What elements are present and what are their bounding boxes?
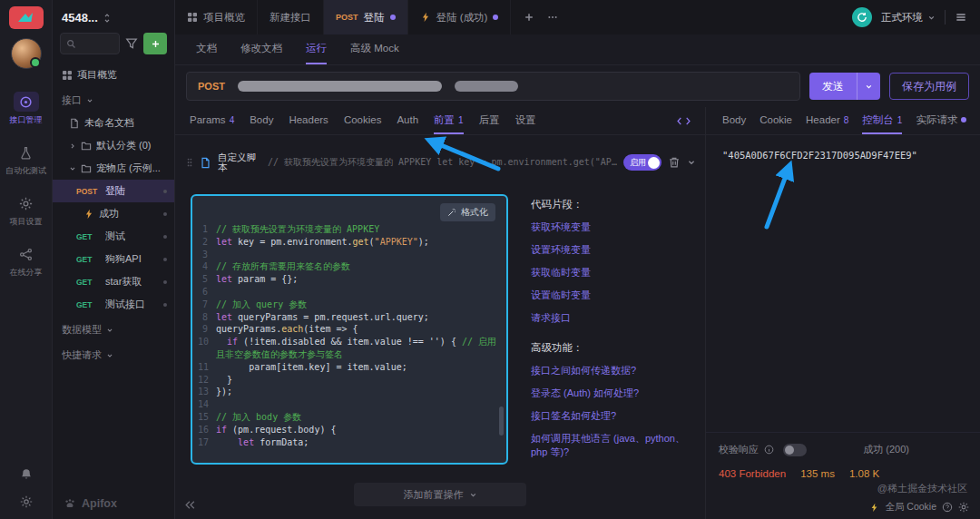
line-number: 16 bbox=[198, 424, 216, 436]
activity-item-api-management[interactable]: 接口管理 bbox=[0, 83, 52, 134]
advanced-link[interactable]: 如何调用其他语言 (java、python、php 等)? bbox=[531, 432, 694, 459]
custom-script-row[interactable]: 自定义脚本 // 获取预先设置为环境变量的 APPKEY let key = p… bbox=[186, 147, 696, 178]
format-button[interactable]: 格式化 bbox=[440, 203, 495, 221]
tree-item-8[interactable]: GET狗狗API bbox=[53, 248, 174, 270]
method-label: GET bbox=[76, 300, 101, 309]
line-number: 6 bbox=[198, 286, 216, 299]
tree-item-4[interactable]: 宠物店 (示例... bbox=[53, 157, 174, 180]
snippets-title: 代码片段： bbox=[531, 198, 694, 211]
response-tab-0[interactable]: Body bbox=[722, 107, 746, 134]
line-number: 3 bbox=[198, 249, 216, 261]
pre-tab-4[interactable]: Auth bbox=[397, 107, 418, 134]
snippet-link[interactable]: 获取环境变量 bbox=[531, 220, 694, 234]
tree-item-11[interactable]: 数据模型 bbox=[53, 318, 174, 341]
docbar-item-0[interactable]: 文档 bbox=[196, 34, 217, 64]
snippet-link[interactable]: 设置环境变量 bbox=[531, 243, 694, 257]
save-as-case-button[interactable]: 保存为用例 bbox=[889, 73, 969, 100]
collapse-sidebar-icon[interactable] bbox=[184, 500, 196, 510]
response-tab-1[interactable]: Cookie bbox=[760, 107, 792, 134]
gear-icon[interactable] bbox=[20, 495, 33, 508]
code-view-icon[interactable] bbox=[677, 116, 691, 126]
tab-label: 项目概览 bbox=[203, 11, 245, 24]
project-settings-icon bbox=[19, 197, 33, 211]
add-new-button[interactable] bbox=[143, 33, 167, 54]
script-code-editor[interactable]: 格式化 1// 获取预先设置为环境变量的 APPKEY2let key = pm… bbox=[191, 194, 508, 465]
tab-3[interactable]: 登陆 (成功) bbox=[408, 0, 512, 34]
url-input[interactable]: POST bbox=[186, 72, 800, 101]
row-dot bbox=[163, 235, 167, 239]
docbar-item-2[interactable]: 运行 bbox=[306, 34, 327, 64]
snippet-link[interactable]: 获取临时变量 bbox=[531, 266, 694, 279]
tree-item-5[interactable]: POST登陆 bbox=[53, 180, 174, 202]
add-pre-action-button[interactable]: 添加前置操作 bbox=[354, 483, 526, 506]
help-icon[interactable] bbox=[942, 502, 953, 513]
response-tab-2[interactable]: Header8 bbox=[806, 107, 848, 134]
filter-icon[interactable] bbox=[125, 37, 138, 50]
tab-actions bbox=[511, 0, 571, 34]
response-tab-3[interactable]: 控制台1 bbox=[862, 107, 902, 134]
docbar-item-1[interactable]: 修改文档 bbox=[240, 34, 282, 64]
tab-label: 前置 bbox=[434, 113, 455, 127]
pre-tab-7[interactable]: 设置 bbox=[515, 107, 536, 134]
menu-icon[interactable] bbox=[955, 11, 967, 24]
method-label: GET bbox=[76, 232, 101, 241]
enable-toggle[interactable]: 启用 bbox=[623, 154, 662, 171]
more-tabs-icon[interactable] bbox=[547, 12, 558, 23]
code-line: 16if (pm.request.body) { bbox=[198, 424, 501, 436]
collapse-script-icon[interactable] bbox=[687, 158, 696, 167]
settings-icon[interactable] bbox=[958, 502, 969, 513]
tab-badge: 4 bbox=[230, 115, 235, 125]
validate-toggle[interactable] bbox=[783, 444, 807, 456]
code-text: let key = pm.environment.get("APPKEY"); bbox=[216, 236, 501, 249]
snippet-link[interactable]: 设置临时变量 bbox=[531, 289, 694, 302]
tree-item-3[interactable]: 默认分类 (0) bbox=[53, 134, 174, 157]
send-button[interactable]: 发送 bbox=[809, 73, 880, 100]
tree-item-6[interactable]: 成功 bbox=[53, 202, 174, 225]
tree-item-7[interactable]: GET测试 bbox=[53, 225, 174, 248]
pre-tab-6[interactable]: 后置 bbox=[479, 107, 500, 134]
app-logo-icon[interactable] bbox=[9, 6, 44, 29]
tree-item-12[interactable]: 快捷请求 bbox=[53, 344, 174, 367]
format-icon bbox=[447, 208, 456, 217]
docbar-item-3[interactable]: 高级 Mock bbox=[350, 34, 399, 64]
pre-tab-0[interactable]: Params4 bbox=[190, 107, 234, 134]
advanced-link[interactable]: 接口之间如何传递数据? bbox=[531, 364, 694, 377]
line-number: 11 bbox=[198, 361, 216, 374]
tree-item-10[interactable]: GET测试接口 bbox=[53, 293, 174, 316]
code-lines[interactable]: 1// 获取预先设置为环境变量的 APPKEY2let key = pm.env… bbox=[192, 196, 506, 463]
drag-handle-icon[interactable] bbox=[186, 157, 193, 168]
chevron-down-icon bbox=[69, 165, 76, 172]
bell-icon[interactable] bbox=[20, 468, 33, 481]
tab-badge: 1 bbox=[897, 115, 903, 125]
activity-item-project-settings[interactable]: 项目设置 bbox=[0, 185, 52, 236]
activity-item-online-share[interactable]: 在线分享 bbox=[0, 236, 52, 287]
search-input[interactable] bbox=[60, 33, 120, 54]
snippet-link[interactable]: 请求接口 bbox=[531, 311, 694, 325]
tree-item-2[interactable]: 未命名文档 bbox=[53, 112, 174, 134]
project-switcher[interactable]: 4548... bbox=[53, 0, 174, 33]
tab-2[interactable]: POST登陆 bbox=[324, 0, 408, 34]
editor-scrollbar[interactable] bbox=[499, 406, 504, 436]
bolt-icon bbox=[420, 12, 431, 23]
environment-select[interactable]: 正式环境 bbox=[881, 11, 936, 24]
tab-0[interactable]: 项目概览 bbox=[175, 0, 258, 34]
pre-tab-5[interactable]: 前置1 bbox=[434, 107, 464, 134]
validate-row: 校验响应 成功 (200) bbox=[719, 443, 967, 456]
new-tab-icon[interactable] bbox=[524, 12, 534, 23]
send-options[interactable] bbox=[857, 73, 880, 100]
response-tab-4[interactable]: 实际请求 bbox=[916, 107, 966, 134]
delete-script-icon[interactable] bbox=[668, 156, 681, 169]
pre-tab-1[interactable]: Body bbox=[250, 107, 273, 134]
user-avatar[interactable] bbox=[11, 38, 42, 69]
activity-item-auto-test[interactable]: 自动化测试 bbox=[0, 134, 52, 185]
env-sync-button[interactable] bbox=[852, 7, 872, 27]
tab-1[interactable]: 新建接口 bbox=[258, 0, 324, 34]
advanced-link[interactable]: 登录态 (Auth) 如何处理? bbox=[531, 387, 694, 400]
tree-item-9[interactable]: GETstar获取 bbox=[53, 270, 174, 293]
tree-item-1[interactable]: 接口 bbox=[53, 89, 174, 112]
pre-tab-2[interactable]: Headers bbox=[289, 107, 328, 134]
advanced-link[interactable]: 接口签名如何处理? bbox=[531, 409, 694, 423]
tree-item-0[interactable]: 项目概览 bbox=[53, 64, 174, 86]
request-method[interactable]: POST bbox=[198, 81, 225, 92]
pre-tab-3[interactable]: Cookies bbox=[344, 107, 382, 134]
